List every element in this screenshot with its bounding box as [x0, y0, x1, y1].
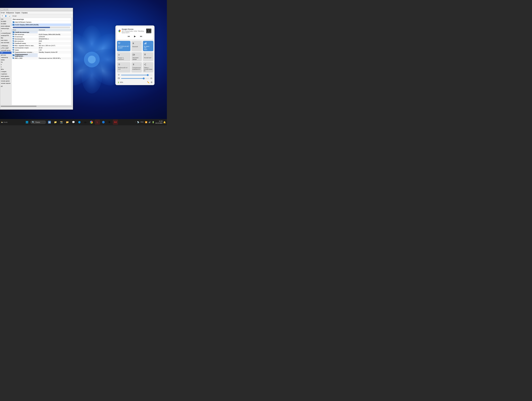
table-row[interactable]: Дата выпуска 2020 — [12, 40, 71, 42]
media-play-button[interactable]: ▶ — [133, 34, 136, 38]
minimize-button[interactable]: _ — [1, 9, 3, 11]
toolbar-icon3[interactable]: 📊 — [8, 15, 11, 18]
sidebar-item-10[interactable]: ная система — [0, 41, 12, 44]
sidebar-item-0[interactable]: ное — [0, 18, 12, 20]
sidebar-item-3[interactable]: рная информ — [0, 25, 12, 27]
sidebar-item-13[interactable]: о PCI / AGP — [0, 47, 12, 49]
brightness-slider[interactable] — [121, 75, 152, 75]
quick-tile-wifi[interactable]: › MOTOROLKA.NET CLIENT — [117, 41, 130, 51]
sidebar-item-27[interactable]: ческие диски — [0, 80, 12, 82]
monitor-item-0[interactable]: Intel AVStream Camera — [12, 21, 71, 24]
hscroll-thumb — [1, 106, 37, 107]
table-row[interactable]: Имя монитора OLED Display 2880x1800 [NoD… — [12, 33, 71, 36]
tray-volume-icon[interactable]: 🔊 — [148, 121, 151, 123]
quick-tile-accessibility[interactable]: › Специальные возможности — [131, 62, 142, 72]
toolbar-icon1[interactable]: ⟳ — [1, 15, 4, 18]
monitor-item-1[interactable]: OLED Display 2880x1800 [NoDB] — [12, 24, 71, 26]
media-next-button[interactable]: ⏭ — [139, 34, 143, 38]
tray-battery-icon[interactable]: 🔋 — [152, 121, 154, 123]
nl-label: Ночной свет — [144, 57, 151, 59]
sidebar-item-1[interactable]: 50.5800 — [0, 20, 12, 23]
sidebar-item-16[interactable]: ий стол — [0, 54, 12, 56]
sidebar-item-6[interactable]: о потребление — [0, 32, 12, 34]
quick-tile-night-light[interactable]: Ночной свет — [143, 52, 153, 61]
sidebar-item-17[interactable]: тимонитор — [0, 56, 12, 59]
table-row[interactable]: Поддерживаемые видеорежи... — [12, 53, 71, 57]
sidebar-item-19[interactable]: GL — [0, 61, 12, 63]
close-button[interactable]: × — [6, 9, 8, 11]
taskbar-app-12[interactable]: 64 — [113, 120, 118, 125]
taskbar-app-3[interactable]: 📸 — [59, 120, 64, 125]
wifi-arrow-icon[interactable]: › — [129, 43, 129, 45]
sidebar-item-30[interactable]: RT — [0, 85, 12, 88]
value-screen-size: 302 mm x 188 mm (14.0") — [38, 45, 71, 47]
qs-edit-button[interactable]: ✏️ — [147, 81, 150, 84]
bt-arrow-icon[interactable]: › — [140, 43, 141, 45]
toolbar-icon2[interactable]: 👤 — [4, 15, 7, 18]
tray-network-icon[interactable]: 📡 — [137, 121, 139, 123]
taskbar-app-settings[interactable]: ⚙ — [107, 120, 112, 125]
table-row[interactable]: Макс. видимая область экра... 302 mm x 1… — [12, 45, 71, 47]
sidebar-item-28[interactable]: ческие накопи — [0, 82, 12, 84]
start-button[interactable] — [24, 120, 30, 125]
tray-lang-label[interactable]: РУС — [140, 121, 144, 123]
quick-tile-airplane[interactable]: ✈ Режим "в самолете" — [117, 52, 130, 61]
taskbar-app-10[interactable]: 🔵 — [101, 120, 106, 125]
taskbar-app-chrome[interactable] — [89, 120, 94, 125]
taskbar-app-7[interactable]: 🗂 — [83, 120, 88, 125]
table-row[interactable]: Поддерживаемые режимы ... Standby, Suspe… — [12, 51, 71, 53]
menu-service[interactable]: Сервис — [15, 12, 20, 14]
table-row[interactable]: Гамма 2.20 — [12, 49, 71, 51]
menu-report[interactable]: Отчёт — [1, 12, 5, 14]
sidebar-item-22[interactable]: фты — [0, 68, 12, 70]
sidebar-item-4[interactable]: компьютера — [0, 27, 12, 30]
taskbar-app-4[interactable]: 📂 — [65, 120, 70, 125]
quick-tile-sim[interactable]: › Вставьте SIM- карту — [143, 41, 153, 51]
table-row[interactable]: Соотношение сторон 16:10 — [12, 47, 71, 49]
table-row[interactable]: Свойства монитора — [12, 31, 71, 33]
taskbar-app-edge[interactable] — [77, 120, 82, 125]
sidebar-item-2[interactable]: 50.5800 — [0, 23, 12, 25]
aida-vertical-scrollbar[interactable] — [71, 18, 73, 105]
menu-help[interactable]: Справка — [21, 12, 27, 14]
quick-tile-share[interactable]: Обмен с устройствами по — [143, 62, 153, 72]
notification-bell[interactable]: 🔔 — [163, 121, 166, 123]
acc-arrow-icon[interactable]: › — [140, 64, 141, 66]
aida-horizontal-scrollbar[interactable] — [0, 105, 73, 107]
sidebar-item-15[interactable]: ОР — [0, 52, 12, 54]
sim-arrow-icon[interactable]: › — [152, 43, 152, 45]
volume-slider[interactable] — [121, 78, 149, 79]
maximize-button[interactable]: □ — [4, 9, 6, 11]
tray-wifi-icon[interactable]: 📶 — [145, 121, 147, 123]
tray-chevron-icon[interactable]: ^ — [135, 121, 136, 123]
sidebar-item-9[interactable]: ная плата — [0, 39, 12, 41]
sidebar-item-14[interactable]: ический проце — [0, 49, 12, 52]
taskbar-app-5[interactable]: 💬 — [71, 120, 76, 125]
qs-settings-button[interactable]: ⚙ — [151, 81, 152, 84]
media-prev-button[interactable]: ⏮ — [127, 34, 130, 38]
sidebar-item-24[interactable]: е данных — [0, 73, 12, 75]
sidebar-item-20[interactable]: е — [0, 63, 12, 66]
sidebar-item-7[interactable]: ативный ПК — [0, 34, 12, 37]
taskbar-app-9[interactable]: L — [95, 120, 100, 125]
sidebar-item-23[interactable]: е медиа — [0, 70, 12, 73]
table-row[interactable]: 2880 x 1800 Пиксельная частота: 500.84 М… — [12, 57, 71, 59]
sidebar-item-21[interactable]: н — [0, 66, 12, 68]
sidebar-item-18[interactable]: жимы — [0, 59, 12, 61]
sidebar-item-12[interactable]: о Windows — [0, 45, 12, 47]
taskbar-app-1[interactable]: 🏢 — [47, 120, 52, 125]
sidebar-item-8[interactable]: йки — [0, 37, 12, 39]
search-box[interactable]: 🔍 Поиск — [30, 121, 46, 124]
quick-tile-hotspot[interactable]: Мобильный хот- спот — [117, 62, 130, 72]
quick-tile-battery-saver[interactable]: Экономия заряда — [131, 52, 142, 61]
quick-tile-bluetooth[interactable]: › Bluetooth — [131, 41, 142, 51]
table-row[interactable]: Серийный номер Нет — [12, 42, 71, 45]
sidebar-item-25[interactable]: ение данных W — [0, 75, 12, 78]
clock-block[interactable]: 11:15 19.12.2023 — [155, 120, 163, 124]
table-row[interactable]: ID монитора LEN4149 — [12, 36, 71, 38]
table-row[interactable]: Производитель ATNA40YK01-1 — [12, 38, 71, 40]
menu-favorites[interactable]: Избранное — [6, 12, 14, 14]
sidebar-item-26[interactable]: ческие диски — [0, 78, 12, 80]
sidebar-item-5[interactable]: н — [0, 30, 12, 32]
taskbar-app-2[interactable]: 📁 — [53, 120, 58, 125]
